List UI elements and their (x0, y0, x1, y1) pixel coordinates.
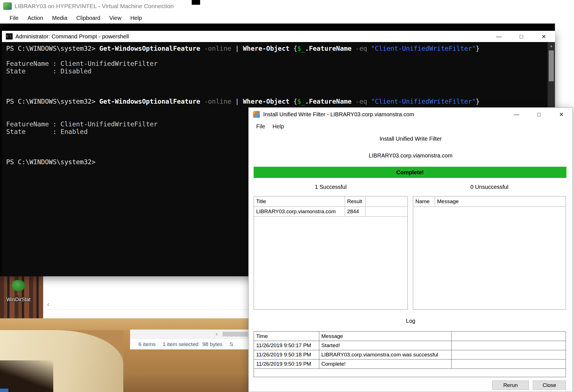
close-dialog-button[interactable]: Close (533, 381, 566, 390)
table-cell: Started! (319, 341, 451, 350)
close-button[interactable]: × (550, 109, 573, 120)
window-controls: — □ × (488, 31, 555, 42)
vm-menubar: FileActionMediaClipboardViewHelp (0, 12, 574, 24)
column-header[interactable]: Message (319, 332, 451, 341)
successful-list: TitleResult LIBRARY03.corp.viamonstra.co… (254, 196, 408, 310)
status-items-count: 6 items (138, 341, 156, 347)
table-header-row: NameMessage (413, 196, 566, 207)
cmd-icon: C:\ (6, 33, 13, 40)
console-line: PS C:\WINDOWS\system32> Get-WindowsOptio… (6, 45, 544, 52)
top-notch (192, 0, 200, 5)
menu-item-file[interactable]: File (5, 15, 23, 21)
menu-item-clipboard[interactable]: Clipboard (72, 15, 105, 21)
column-header[interactable]: Time (254, 332, 319, 341)
explorer-statusbar-fragment: ‹ 6 items 1 item selected 98 bytes S (130, 330, 248, 349)
powershell-titlebar[interactable]: C:\ Administrator: Command Prompt - powe… (2, 31, 555, 42)
progress-bar: Complete! (254, 167, 566, 178)
console-line: PS C:\WINDOWS\system32> Get-WindowsOptio… (6, 98, 544, 105)
explorer-status-bar: 6 items 1 item selected 98 bytes S (130, 339, 248, 349)
scroll-left-arrow-icon[interactable]: ‹ (47, 301, 49, 308)
dialog-menubar: FileHelp (249, 121, 573, 132)
powershell-window-title: Administrator: Command Prompt - powershe… (15, 33, 129, 40)
install-uwf-dialog: Install Unified Write Filter - LIBRARY03… (248, 107, 573, 392)
explorer-window-fragment: ‹ (43, 276, 248, 318)
table-row[interactable]: 11/26/2019 9:50:19 PMComplete! (254, 359, 566, 369)
column-header[interactable]: Title (254, 196, 345, 207)
successful-count-label: 1 Successful (254, 184, 408, 190)
table-cell: 11/26/2019 9:50:19 PM (254, 359, 319, 369)
table-cell: Complete! (319, 359, 451, 369)
horizontal-scrollbar[interactable]: ‹ (130, 330, 248, 339)
minimize-button[interactable]: — (488, 31, 510, 42)
table-row[interactable]: 11/26/2019 9:50:18 PMLIBRARY03.corp.viam… (254, 350, 566, 359)
dialog-title: Install Unified Write Filter - LIBRARY03… (263, 111, 414, 118)
windirstat-icon (10, 280, 27, 296)
menu-item-file[interactable]: File (253, 123, 269, 130)
background-window-sliver (0, 389, 8, 392)
log-section-label: Log (249, 318, 573, 324)
table-row[interactable]: 11/26/2019 9:50:17 PMStarted! (254, 341, 566, 350)
menu-item-media[interactable]: Media (48, 15, 72, 21)
console-line (6, 90, 544, 98)
menu-item-action[interactable]: Action (23, 15, 48, 21)
maximize-button[interactable]: □ (510, 31, 533, 42)
wallpaper-wood-band (0, 318, 248, 330)
table-cell: LIBRARY03.corp.viamonstra.com (254, 207, 345, 217)
vm-window-titlebar[interactable]: LIBRARY03 on HYPERVINTEL - Virtual Machi… (0, 0, 574, 12)
console-line: State : Disabled (6, 68, 544, 75)
log-table: TimeMessage 11/26/2019 9:50:17 PMStarted… (254, 332, 566, 369)
unsuccessful-count-label: 0 Unsuccessful (413, 184, 566, 190)
column-header[interactable]: Message (435, 196, 566, 207)
console-line (6, 52, 544, 60)
window-controls: — □ × (505, 109, 573, 120)
table-row[interactable]: LIBRARY03.corp.viamonstra.com2844 (254, 207, 408, 217)
column-header[interactable] (365, 196, 408, 207)
table-cell: 11/26/2019 9:50:18 PM (254, 350, 319, 359)
progress-label: Complete! (396, 169, 424, 176)
console-line (6, 75, 544, 83)
column-header[interactable]: Name (413, 196, 435, 207)
scroll-left-arrow-icon[interactable]: ‹ (216, 331, 217, 337)
success-table: TitleResult LIBRARY03.corp.viamonstra.co… (254, 196, 408, 217)
table-cell: LIBRARY03.corp.viamonstra.com was succes… (319, 350, 451, 359)
close-button[interactable]: × (533, 31, 555, 42)
console-line: FeatureName : Client-UnifiedWriteFilter (6, 60, 544, 68)
menu-item-help[interactable]: Help (269, 123, 288, 130)
rerun-button[interactable]: Rerun (492, 381, 529, 390)
table-cell (451, 350, 566, 359)
maximize-button[interactable]: □ (528, 109, 550, 120)
console-line (6, 83, 544, 90)
fail-table: NameMessage (413, 196, 566, 207)
menu-item-help[interactable]: Help (126, 15, 146, 21)
table-cell (365, 207, 408, 217)
table-header-row: TimeMessage (254, 332, 566, 341)
menu-item-view[interactable]: View (105, 15, 126, 21)
divider (43, 309, 248, 310)
status-cut-text: S (230, 341, 233, 347)
dialog-heading: Install Unified Write Filter (249, 136, 573, 142)
minimize-button[interactable]: — (505, 109, 528, 120)
vm-display-band (0, 24, 555, 31)
dialog-titlebar[interactable]: Install Unified Write Filter - LIBRARY03… (249, 108, 573, 121)
unsuccessful-list: NameMessage (413, 196, 566, 310)
status-selected-size: 98 bytes (202, 341, 223, 347)
log-list: TimeMessage 11/26/2019 9:50:17 PMStarted… (254, 331, 566, 377)
vm-window-title: LIBRARY03 on HYPERVINTEL - Virtual Machi… (15, 3, 174, 10)
status-selected-count: 1 item selected (163, 341, 198, 347)
installer-app-icon (253, 111, 260, 118)
table-cell (451, 341, 566, 350)
scroll-up-arrow-icon[interactable]: ▲ (548, 42, 555, 49)
hyperv-icon (3, 3, 12, 10)
column-header[interactable]: Result (345, 196, 365, 207)
table-cell: 2844 (345, 207, 365, 217)
scrollbar-thumb[interactable] (223, 332, 248, 337)
screen: LIBRARY03 on HYPERVINTEL - Virtual Machi… (0, 0, 574, 392)
scrollbar-thumb[interactable] (549, 50, 554, 81)
vm-display-left-edge (0, 24, 2, 276)
table-cell (451, 359, 566, 369)
column-header[interactable] (451, 332, 566, 341)
desktop-icon-windirstat[interactable]: WinDirStat (5, 280, 32, 308)
table-cell: 11/26/2019 9:50:17 PM (254, 341, 319, 350)
wallpaper-shadow (0, 360, 53, 392)
desktop-icon-label: WinDirStat (5, 297, 32, 303)
